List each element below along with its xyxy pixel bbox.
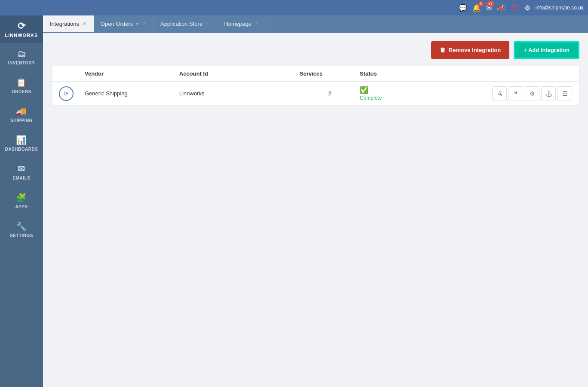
- row-print-button[interactable]: 🖨: [492, 86, 507, 101]
- sidebar-item-apps[interactable]: 🧩 APPS: [0, 186, 43, 215]
- row-configure-button[interactable]: ⚙: [525, 86, 539, 101]
- mail-icon[interactable]: ✉ 17: [486, 4, 492, 12]
- main-content: 🗑 Remove Integration + Add Integration V…: [43, 33, 588, 387]
- row-vendor-name: Generic Shipping: [85, 90, 179, 97]
- add-integration-button[interactable]: + Add Integration: [514, 41, 579, 59]
- tab-app-store-label: Application Store: [160, 21, 202, 27]
- tab-app-store-close[interactable]: ✕: [206, 21, 210, 27]
- linnworks-logo-icon: ⟳: [18, 21, 26, 32]
- sidebar-item-orders[interactable]: 📋 ORDERS: [0, 71, 43, 100]
- top-bar: 💬 🔔 5 ✉ 17 📣 ❓ ⚙ info@shipmate.co.uk: [0, 0, 588, 15]
- help-icon[interactable]: ❓: [511, 4, 519, 12]
- row-list-button[interactable]: ☰: [557, 86, 572, 101]
- sidebar-item-dashboards[interactable]: 📊 DASHBOARDS: [0, 129, 43, 158]
- tab-open-orders-label: Open Orders: [101, 21, 133, 27]
- content-area: Integrations ✕ Open Orders ▾ ✕ Applicati…: [43, 15, 588, 387]
- tab-integrations-label: Integrations: [50, 21, 79, 27]
- emails-icon: ✉: [18, 164, 25, 174]
- sidebar-item-dashboards-label: DASHBOARDS: [5, 147, 38, 152]
- sidebar-item-settings-label: SETTINGS: [10, 233, 33, 238]
- add-integration-label: + Add Integration: [524, 47, 570, 53]
- shipping-icon: 🚚: [16, 106, 27, 116]
- row-status-text: Complete: [360, 95, 382, 101]
- notifications-badge: 5: [478, 1, 484, 6]
- remove-integration-label: Remove Integration: [449, 47, 501, 53]
- orders-icon: 📋: [16, 77, 27, 88]
- dashboards-icon: 📊: [16, 135, 27, 145]
- notifications-icon[interactable]: 🔔 5: [472, 4, 481, 12]
- tab-integrations[interactable]: Integrations ✕: [43, 15, 94, 32]
- sidebar-logo[interactable]: ⟳ LINNWORKS: [0, 15, 43, 43]
- mail-badge: 17: [487, 1, 494, 6]
- col-account-id: Account Id: [179, 70, 300, 77]
- tab-integrations-close[interactable]: ✕: [83, 21, 86, 27]
- row-quote-button[interactable]: ❝: [508, 86, 523, 101]
- row-status-cell: ✅ Complete: [360, 86, 437, 101]
- sidebar-item-inventory[interactable]: 🗂 INVENTORY: [0, 43, 43, 71]
- megaphone-icon[interactable]: 📣: [497, 4, 505, 12]
- chat-icon[interactable]: 💬: [459, 4, 467, 12]
- tab-open-orders-close[interactable]: ✕: [142, 21, 146, 27]
- col-status: Status: [360, 70, 437, 77]
- sidebar: ⟳ LINNWORKS 🗂 INVENTORY 📋 ORDERS 🚚 SHIPP…: [0, 15, 43, 387]
- row-action-buttons: 🖨 ❝ ⚙ ⚓ ☰: [437, 86, 572, 101]
- col-actions: [437, 70, 572, 77]
- remove-integration-button[interactable]: 🗑 Remove Integration: [431, 41, 509, 59]
- sidebar-item-inventory-label: INVENTORY: [8, 61, 35, 65]
- settings-icon[interactable]: ⚙: [524, 4, 530, 12]
- sidebar-item-shipping-label: SHIPPING: [10, 118, 33, 123]
- inventory-icon: 🗂: [17, 49, 26, 59]
- main-layout: ⟳ LINNWORKS 🗂 INVENTORY 📋 ORDERS 🚚 SHIPP…: [0, 15, 588, 387]
- apps-icon: 🧩: [16, 192, 27, 203]
- tab-homepage[interactable]: Homepage ✕: [217, 15, 266, 32]
- sidebar-item-orders-label: ORDERS: [12, 89, 31, 94]
- integrations-table: Vendor Account Id Services Status ⟳ Gene…: [52, 66, 579, 106]
- user-account[interactable]: info@shipmate.co.uk: [536, 5, 584, 11]
- tab-open-orders-dropdown-icon[interactable]: ▾: [136, 21, 139, 27]
- row-services-count: 2: [300, 90, 360, 97]
- tab-app-store[interactable]: Application Store ✕: [153, 15, 217, 32]
- table-header: Vendor Account Id Services Status: [52, 66, 579, 82]
- tab-homepage-close[interactable]: ✕: [255, 21, 259, 27]
- tab-homepage-label: Homepage: [224, 21, 251, 27]
- col-services: Services: [300, 70, 360, 77]
- row-account-id: Linnworks: [179, 90, 300, 97]
- trash-icon: 🗑: [440, 47, 445, 53]
- col-icon: [59, 70, 85, 77]
- row-vendor-icon-cell: ⟳: [59, 86, 85, 101]
- sidebar-item-settings[interactable]: 🔧 SETTINGS: [0, 215, 43, 244]
- tab-open-orders[interactable]: Open Orders ▾ ✕: [94, 15, 153, 32]
- action-bar: 🗑 Remove Integration + Add Integration: [52, 41, 579, 59]
- status-complete-icon: ✅: [360, 86, 368, 94]
- sidebar-item-shipping[interactable]: 🚚 SHIPPING: [0, 100, 43, 129]
- sidebar-item-emails[interactable]: ✉ EMAILS: [0, 158, 43, 186]
- sidebar-logo-label: LINNWORKS: [5, 33, 38, 38]
- settings-nav-icon: 🔧: [16, 221, 27, 232]
- row-link-button[interactable]: ⚓: [541, 86, 556, 101]
- col-vendor: Vendor: [85, 70, 179, 77]
- sidebar-item-emails-label: EMAILS: [13, 176, 31, 180]
- tab-bar: Integrations ✕ Open Orders ▾ ✕ Applicati…: [43, 15, 588, 33]
- table-row: ⟳ Generic Shipping Linnworks 2 ✅ Complet…: [52, 82, 579, 106]
- sidebar-item-apps-label: APPS: [15, 204, 28, 209]
- vendor-logo-icon: ⟳: [59, 86, 74, 101]
